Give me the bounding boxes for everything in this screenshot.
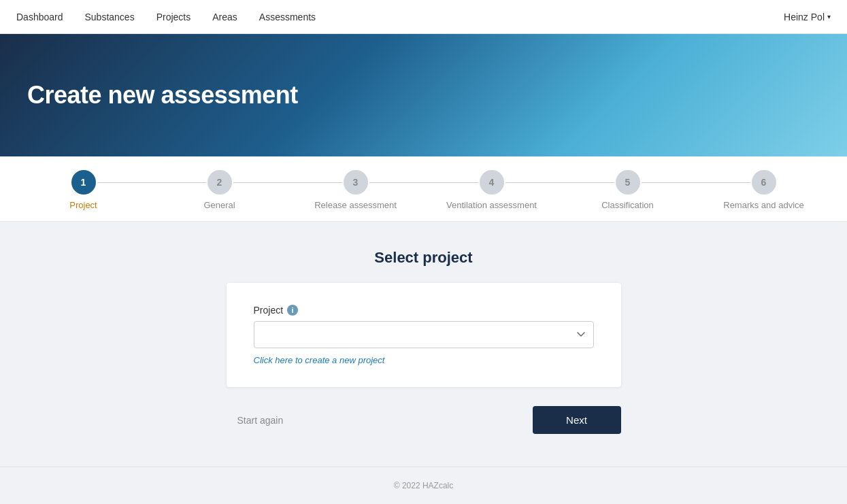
step-5-label: Classification <box>601 200 654 210</box>
section-title: Select project <box>374 249 472 267</box>
step-1[interactable]: 1 Project <box>16 170 152 210</box>
hero-banner: Create new assessment <box>0 34 847 156</box>
project-label-text: Project <box>254 305 284 316</box>
step-2-circle: 2 <box>207 170 232 195</box>
footer: © 2022 HAZcalc <box>0 467 847 504</box>
step-3-circle: 3 <box>344 170 368 195</box>
step-6-circle: 6 <box>752 170 776 195</box>
user-name: Heinz Pol <box>784 12 825 22</box>
nav-dashboard[interactable]: Dashboard <box>16 12 63 22</box>
nav-substances[interactable]: Substances <box>85 12 135 22</box>
next-button[interactable]: Next <box>533 406 621 434</box>
copyright-text: © 2022 HAZcalc <box>394 481 454 490</box>
step-6[interactable]: 6 Remarks and advice <box>696 170 832 210</box>
nav-projects[interactable]: Projects <box>156 12 191 22</box>
step-4[interactable]: 4 Ventilation assessment <box>424 170 560 210</box>
main-content: Select project Project i Click here to c… <box>0 222 847 461</box>
user-menu[interactable]: Heinz Pol ▾ <box>784 12 831 22</box>
step-1-label: Project <box>69 200 97 210</box>
nav-areas[interactable]: Areas <box>212 12 237 22</box>
step-3-label: Release assessment <box>314 200 397 210</box>
nav-assessments[interactable]: Assessments <box>259 12 316 22</box>
step-5-circle: 5 <box>616 170 640 195</box>
project-info-icon[interactable]: i <box>287 305 298 316</box>
project-field-label: Project i <box>254 305 594 316</box>
step-5[interactable]: 5 Classification <box>560 170 696 210</box>
project-form-card: Project i Click here to create a new pro… <box>227 283 621 387</box>
create-project-link[interactable]: Click here to create a new project <box>254 355 594 365</box>
actions-row: Start again Next <box>227 406 621 434</box>
project-select[interactable] <box>254 321 594 348</box>
step-2[interactable]: 2 General <box>152 170 288 210</box>
step-6-label: Remarks and advice <box>723 200 804 210</box>
step-4-circle: 4 <box>480 170 504 195</box>
step-2-label: General <box>203 200 235 210</box>
step-3[interactable]: 3 Release assessment <box>288 170 424 210</box>
page-title: Create new assessment <box>27 81 298 110</box>
step-1-circle: 1 <box>71 170 96 195</box>
step-4-label: Ventilation assessment <box>446 200 537 210</box>
navbar: Dashboard Substances Projects Areas Asse… <box>0 0 847 34</box>
user-menu-caret: ▾ <box>827 13 831 20</box>
stepper: 1 Project 2 General 3 Release assessment… <box>0 156 847 222</box>
start-again-button[interactable]: Start again <box>227 408 295 433</box>
nav-links: Dashboard Substances Projects Areas Asse… <box>16 12 316 22</box>
